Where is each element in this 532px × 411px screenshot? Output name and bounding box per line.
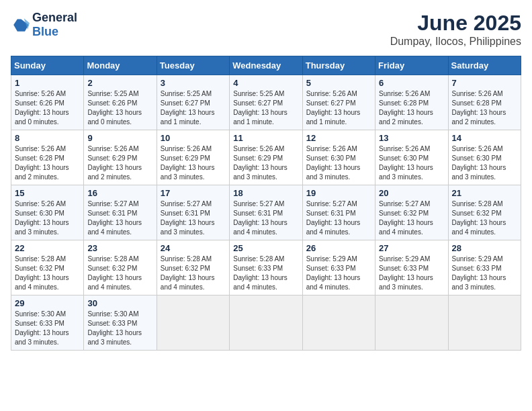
weekday-header-wednesday: Wednesday (230, 56, 302, 75)
calendar-cell (375, 295, 448, 351)
cell-info: Sunrise: 5:27 AMSunset: 6:31 PMDaylight:… (233, 199, 298, 237)
day-number: 27 (379, 243, 444, 253)
calendar-week-4: 29 Sunrise: 5:30 AMSunset: 6:33 PMDaylig… (11, 295, 521, 351)
calendar-cell: 30 Sunrise: 5:30 AMSunset: 6:33 PMDaylig… (84, 295, 157, 351)
cell-info: Sunrise: 5:26 AMSunset: 6:29 PMDaylight:… (161, 144, 226, 182)
calendar-week-1: 8 Sunrise: 5:26 AMSunset: 6:28 PMDayligh… (11, 130, 521, 185)
cell-info: Sunrise: 5:26 AMSunset: 6:26 PMDaylight:… (15, 89, 80, 127)
day-number: 2 (87, 78, 152, 88)
calendar-cell: 23 Sunrise: 5:28 AMSunset: 6:32 PMDaylig… (84, 240, 157, 295)
day-number: 16 (87, 188, 152, 198)
calendar-cell: 25 Sunrise: 5:28 AMSunset: 6:33 PMDaylig… (230, 240, 302, 295)
day-number: 3 (161, 78, 226, 88)
cell-info: Sunrise: 5:28 AMSunset: 6:33 PMDaylight:… (233, 255, 298, 292)
cell-info: Sunrise: 5:26 AMSunset: 6:30 PMDaylight:… (452, 144, 517, 182)
cell-info: Sunrise: 5:27 AMSunset: 6:31 PMDaylight:… (161, 199, 226, 237)
day-number: 1 (15, 78, 80, 88)
day-number: 7 (452, 78, 517, 88)
day-number: 12 (306, 133, 371, 143)
cell-info: Sunrise: 5:27 AMSunset: 6:32 PMDaylight:… (379, 199, 444, 237)
calendar-week-3: 22 Sunrise: 5:28 AMSunset: 6:32 PMDaylig… (11, 240, 521, 295)
weekday-header-saturday: Saturday (448, 56, 521, 75)
calendar-cell: 9 Sunrise: 5:26 AMSunset: 6:29 PMDayligh… (84, 130, 157, 185)
cell-info: Sunrise: 5:26 AMSunset: 6:30 PMDaylight:… (306, 144, 371, 182)
day-number: 30 (87, 298, 152, 308)
calendar-cell: 16 Sunrise: 5:27 AMSunset: 6:31 PMDaylig… (84, 185, 157, 240)
calendar-header-row: SundayMondayTuesdayWednesdayThursdayFrid… (11, 56, 521, 75)
day-number: 23 (87, 243, 152, 253)
calendar-cell: 2 Sunrise: 5:25 AMSunset: 6:26 PMDayligh… (84, 75, 157, 130)
cell-info: Sunrise: 5:26 AMSunset: 6:28 PMDaylight:… (452, 89, 517, 127)
weekday-header-thursday: Thursday (302, 56, 375, 75)
calendar-cell: 17 Sunrise: 5:27 AMSunset: 6:31 PMDaylig… (157, 185, 229, 240)
cell-info: Sunrise: 5:25 AMSunset: 6:26 PMDaylight:… (87, 89, 152, 127)
page-header: General Blue June 2025 Dumpay, Ilocos, P… (11, 11, 521, 48)
calendar-week-0: 1 Sunrise: 5:26 AMSunset: 6:26 PMDayligh… (11, 75, 521, 130)
day-number: 14 (452, 133, 517, 143)
cell-info: Sunrise: 5:25 AMSunset: 6:27 PMDaylight:… (161, 89, 226, 127)
day-number: 13 (379, 133, 444, 143)
weekday-header-tuesday: Tuesday (157, 56, 229, 75)
calendar-cell: 19 Sunrise: 5:27 AMSunset: 6:31 PMDaylig… (302, 185, 375, 240)
cell-info: Sunrise: 5:27 AMSunset: 6:31 PMDaylight:… (306, 199, 371, 237)
calendar-cell: 18 Sunrise: 5:27 AMSunset: 6:31 PMDaylig… (230, 185, 302, 240)
day-number: 24 (161, 243, 226, 253)
calendar-cell: 1 Sunrise: 5:26 AMSunset: 6:26 PMDayligh… (11, 75, 84, 130)
day-number: 22 (15, 243, 80, 253)
calendar-cell (157, 295, 229, 351)
weekday-header-friday: Friday (375, 56, 448, 75)
calendar-cell: 3 Sunrise: 5:25 AMSunset: 6:27 PMDayligh… (157, 75, 229, 130)
calendar-cell: 27 Sunrise: 5:29 AMSunset: 6:33 PMDaylig… (375, 240, 448, 295)
cell-info: Sunrise: 5:26 AMSunset: 6:29 PMDaylight:… (233, 144, 298, 182)
calendar-cell: 24 Sunrise: 5:28 AMSunset: 6:32 PMDaylig… (157, 240, 229, 295)
calendar-week-2: 15 Sunrise: 5:26 AMSunset: 6:30 PMDaylig… (11, 185, 521, 240)
calendar-body: 1 Sunrise: 5:26 AMSunset: 6:26 PMDayligh… (11, 75, 521, 351)
day-number: 6 (379, 78, 444, 88)
calendar-cell: 21 Sunrise: 5:28 AMSunset: 6:32 PMDaylig… (448, 185, 521, 240)
cell-info: Sunrise: 5:26 AMSunset: 6:28 PMDaylight:… (379, 89, 444, 127)
logo: General Blue (11, 11, 77, 39)
day-number: 11 (233, 133, 298, 143)
day-number: 15 (15, 188, 80, 198)
day-number: 17 (161, 188, 226, 198)
title-area: June 2025 Dumpay, Ilocos, Philippines (390, 11, 521, 48)
calendar-cell: 8 Sunrise: 5:26 AMSunset: 6:28 PMDayligh… (11, 130, 84, 185)
day-number: 5 (306, 78, 371, 88)
day-number: 25 (233, 243, 298, 253)
calendar-cell: 26 Sunrise: 5:29 AMSunset: 6:33 PMDaylig… (302, 240, 375, 295)
cell-info: Sunrise: 5:25 AMSunset: 6:27 PMDaylight:… (233, 89, 298, 127)
calendar-cell: 7 Sunrise: 5:26 AMSunset: 6:28 PMDayligh… (448, 75, 521, 130)
calendar-cell: 22 Sunrise: 5:28 AMSunset: 6:32 PMDaylig… (11, 240, 84, 295)
cell-info: Sunrise: 5:29 AMSunset: 6:33 PMDaylight:… (306, 255, 371, 292)
day-number: 29 (15, 298, 80, 308)
calendar-cell: 28 Sunrise: 5:29 AMSunset: 6:33 PMDaylig… (448, 240, 521, 295)
cell-info: Sunrise: 5:26 AMSunset: 6:30 PMDaylight:… (379, 144, 444, 182)
day-number: 26 (306, 243, 371, 253)
cell-info: Sunrise: 5:28 AMSunset: 6:32 PMDaylight:… (161, 255, 226, 292)
calendar-cell (448, 295, 521, 351)
calendar-cell: 29 Sunrise: 5:30 AMSunset: 6:33 PMDaylig… (11, 295, 84, 351)
cell-info: Sunrise: 5:26 AMSunset: 6:27 PMDaylight:… (306, 89, 371, 127)
day-number: 19 (306, 188, 371, 198)
day-number: 21 (452, 188, 517, 198)
cell-info: Sunrise: 5:28 AMSunset: 6:32 PMDaylight:… (15, 255, 80, 292)
calendar-cell: 11 Sunrise: 5:26 AMSunset: 6:29 PMDaylig… (230, 130, 302, 185)
day-number: 18 (233, 188, 298, 198)
calendar-cell (302, 295, 375, 351)
cell-info: Sunrise: 5:30 AMSunset: 6:33 PMDaylight:… (87, 310, 152, 347)
day-number: 10 (161, 133, 226, 143)
calendar-cell: 20 Sunrise: 5:27 AMSunset: 6:32 PMDaylig… (375, 185, 448, 240)
calendar-cell: 14 Sunrise: 5:26 AMSunset: 6:30 PMDaylig… (448, 130, 521, 185)
logo-icon (11, 15, 30, 34)
location-title: Dumpay, Ilocos, Philippines (390, 36, 521, 48)
logo-general: General (32, 11, 77, 24)
day-number: 9 (87, 133, 152, 143)
day-number: 4 (233, 78, 298, 88)
day-number: 28 (452, 243, 517, 253)
cell-info: Sunrise: 5:26 AMSunset: 6:28 PMDaylight:… (15, 144, 80, 182)
calendar-cell (230, 295, 302, 351)
cell-info: Sunrise: 5:30 AMSunset: 6:33 PMDaylight:… (15, 310, 80, 347)
weekday-header-sunday: Sunday (11, 56, 84, 75)
calendar-cell: 4 Sunrise: 5:25 AMSunset: 6:27 PMDayligh… (230, 75, 302, 130)
calendar-cell: 5 Sunrise: 5:26 AMSunset: 6:27 PMDayligh… (302, 75, 375, 130)
